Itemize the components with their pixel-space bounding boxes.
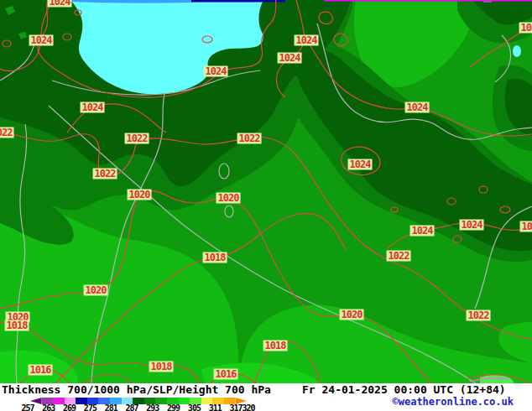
copyright-text: ©weatheronline.co.uk	[393, 397, 514, 408]
scale-tick-value: 305	[188, 404, 201, 411]
lake	[513, 45, 521, 57]
scale-tick-value: 257	[21, 404, 34, 411]
scale-tick-value: 263	[42, 404, 55, 411]
legend-bar: Thickness 700/1000 hPa/SLP/Height 700 hP…	[0, 383, 532, 411]
scale-tick-value: 281	[105, 404, 117, 411]
weather-map	[0, 0, 532, 383]
legend-title: Thickness 700/1000 hPa/SLP/Height 700 hP…	[2, 384, 271, 396]
forecast-datetime: Fr 24-01-2025 00:00 UTC (12+84)	[302, 384, 506, 396]
scale-tick-value: 293	[146, 404, 159, 411]
weather-map-page: 1024102410241024102410241024102410241024…	[0, 0, 532, 411]
scale-tick-value: 269	[63, 404, 76, 411]
map-area: 1024102410241024102410241024102410241024…	[0, 0, 532, 383]
scale-tick-value: 299	[167, 404, 180, 411]
scale-tick-value: 287	[125, 404, 138, 411]
scale-tick-value: 275	[84, 404, 96, 411]
scale-tick-value: 311	[209, 404, 222, 411]
thickness-scale-values: 257263269275281287293299305311317320	[0, 404, 269, 411]
scale-tick-value: 317	[229, 404, 242, 411]
scale-tick-value: 320	[242, 404, 254, 411]
